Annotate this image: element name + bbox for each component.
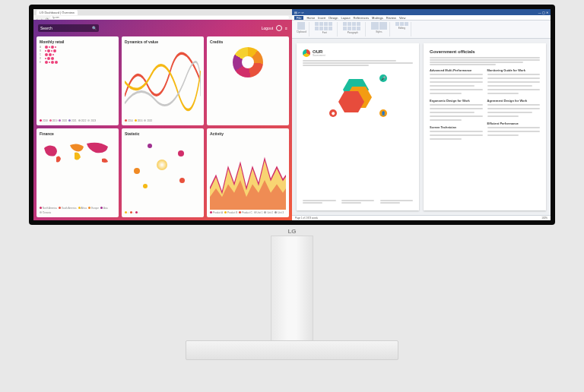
card-dynamics[interactable]: Dynamics of value 2014 2016: [122, 36, 204, 125]
section-heading: Ergonomic Design for Work: [430, 99, 483, 103]
card-title: Finance: [40, 131, 116, 136]
status-page-info: Page 1 of 2 873 words: [295, 217, 318, 220]
card-legend: ◦ ◦ ◦: [125, 211, 201, 214]
body-text: [303, 65, 369, 66]
menu-design[interactable]: Design: [328, 16, 338, 20]
search-input[interactable]: Search 🔍: [38, 24, 99, 32]
card-title: Monthly retail: [40, 40, 116, 44]
section-heading: Screen Technician: [430, 125, 483, 129]
menu-review[interactable]: Review: [386, 16, 396, 20]
dashboard-app: LG Dashboard | Overview ‹ › ⟳ lg.com Sea…: [33, 9, 292, 220]
card-title: Credits: [210, 40, 286, 44]
menu-layout[interactable]: Layout: [341, 16, 351, 20]
forward-icon[interactable]: ›: [41, 17, 43, 19]
callout-icon: 👤: [379, 109, 387, 117]
search-icon: 🔍: [92, 26, 97, 30]
ribbon-group-paragraph[interactable]: Paragraph: [341, 22, 366, 36]
browser-chrome: LG Dashboard | Overview ‹ › ⟳ lg.com: [33, 9, 292, 20]
menu-view[interactable]: View: [399, 16, 406, 20]
monitor-brand-logo: LG: [287, 228, 296, 235]
scatter-chart: A B C D E: [40, 46, 116, 118]
menu-insert[interactable]: Insert: [318, 16, 325, 20]
card-statistic[interactable]: Statistic ◦ ◦: [122, 128, 204, 217]
section-heading: Efficient Performance: [487, 122, 541, 125]
ribbon-tabs: File Home Insert Design Layout Reference…: [292, 15, 551, 21]
search-placeholder: Search: [40, 26, 52, 30]
brand-logo-icon: [303, 49, 310, 57]
card-legend: 2018 2019 2020 2021 2022 2023: [40, 119, 116, 122]
document-page-1: OUR Government: [297, 43, 419, 210]
menu-icon[interactable]: ≡: [285, 26, 287, 30]
network-chart: [125, 138, 201, 210]
body-text: [303, 60, 396, 62]
logout-button[interactable]: Logout: [262, 26, 273, 30]
document-canvas[interactable]: OUR Government: [292, 39, 551, 215]
monitor-stand-neck: [271, 236, 313, 343]
quick-access[interactable]: ▤ ⤺ ⤻: [294, 11, 303, 14]
card-legend: 2014 2016 2020: [125, 119, 201, 122]
hexagon-graphic: 🎤 👤 ⬣: [334, 71, 382, 120]
card-activity[interactable]: Activity Product A Product B: [207, 128, 289, 217]
avatar[interactable]: [276, 25, 282, 31]
card-monthly-retail[interactable]: Monthly retail A B C D E 2018 2019: [36, 36, 119, 125]
tab-strip: LG Dashboard | Overview: [33, 9, 292, 15]
card-credits[interactable]: Credits: [207, 36, 289, 125]
ribbon-group-editing[interactable]: Editing: [393, 22, 411, 36]
url-field[interactable]: lg.com: [50, 16, 289, 19]
section-heading: Advanced Multi-Performance: [430, 68, 483, 72]
reload-icon[interactable]: ⟳: [46, 17, 48, 19]
dashboard-body: Search 🔍 Logout ≡ Monthly retail: [33, 20, 292, 220]
status-bar: Page 1 of 2 873 words 100%: [292, 215, 551, 220]
word-titlebar: ▤ ⤺ ⤻ — ▢ ✕: [292, 9, 551, 15]
card-title: Activity: [210, 131, 286, 136]
line-chart: [125, 46, 201, 118]
paste-icon[interactable]: [297, 22, 305, 30]
screen: LG Dashboard | Overview ‹ › ⟳ lg.com Sea…: [33, 9, 551, 220]
window-controls[interactable]: — ▢ ✕: [538, 11, 548, 14]
menu-file[interactable]: File: [294, 16, 303, 20]
brand-subtitle: Government: [313, 54, 325, 57]
back-icon[interactable]: ‹: [36, 17, 39, 19]
monitor-stand-base: [186, 340, 398, 360]
pie-chart: [210, 46, 286, 122]
browser-tab[interactable]: LG Dashboard | Overview: [36, 10, 78, 15]
card-title: Dynamics of value: [125, 40, 201, 44]
menu-home[interactable]: Home: [306, 16, 315, 20]
callout-icon: 🎤: [379, 74, 387, 82]
section-heading: Agreement Design for Work: [487, 99, 541, 103]
ribbon: Clipboard Font Paragraph Styles: [292, 21, 551, 39]
monitor-bezel: LG Dashboard | Overview ‹ › ⟳ lg.com Sea…: [29, 5, 555, 225]
ribbon-group-clipboard[interactable]: Clipboard: [294, 22, 309, 36]
zoom-level[interactable]: 100%: [541, 217, 548, 220]
callout-icon: ⬣: [329, 109, 337, 117]
page-title: Government officials: [430, 49, 540, 54]
ribbon-group-styles[interactable]: Styles: [369, 22, 390, 36]
section-heading: Monitoring Guide for Work: [487, 68, 541, 72]
document-page-2: Government officials Advanced Multi-Perf…: [424, 43, 546, 210]
card-legend: North America South America Africa Europ…: [40, 207, 116, 214]
word-app: ▤ ⤺ ⤻ — ▢ ✕ File Home Insert Design Layo…: [292, 9, 551, 220]
card-title: Statistic: [125, 131, 201, 136]
area-chart: [210, 138, 286, 210]
menu-references[interactable]: References: [354, 16, 369, 20]
ribbon-group-font[interactable]: Font: [313, 22, 338, 36]
body-text: [303, 62, 413, 64]
world-map: [40, 138, 116, 205]
card-legend: Product A Product B Product C Unit 1 Uni…: [210, 211, 286, 214]
card-finance[interactable]: Finance: [36, 128, 119, 217]
menu-mailings[interactable]: Mailings: [372, 16, 383, 20]
